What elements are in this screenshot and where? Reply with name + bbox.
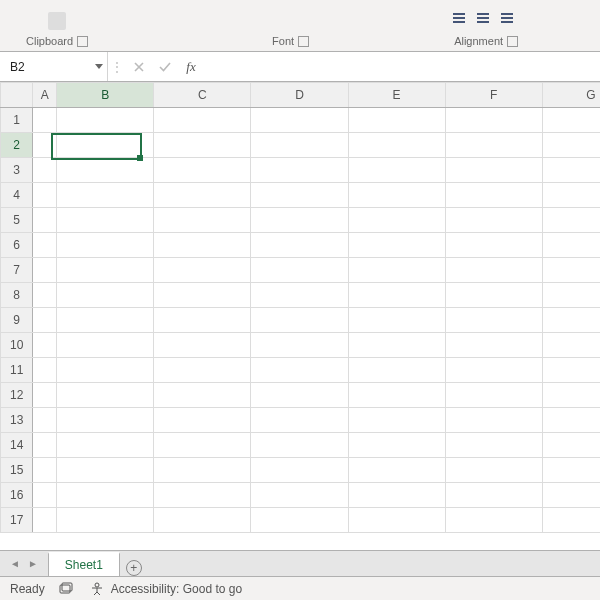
cell[interactable]: [154, 408, 251, 433]
cell[interactable]: [57, 133, 154, 158]
cell[interactable]: [348, 158, 445, 183]
cell[interactable]: [445, 433, 542, 458]
increase-indent-icon[interactable]: [477, 13, 495, 29]
cell[interactable]: [251, 208, 348, 233]
cell[interactable]: [542, 508, 600, 533]
cell[interactable]: [154, 233, 251, 258]
cell[interactable]: [154, 183, 251, 208]
cell[interactable]: [542, 283, 600, 308]
cell[interactable]: [251, 133, 348, 158]
cell[interactable]: [33, 408, 57, 433]
cell[interactable]: [33, 133, 57, 158]
cell[interactable]: [57, 508, 154, 533]
row-header[interactable]: 16: [1, 483, 33, 508]
cell[interactable]: [33, 158, 57, 183]
row-header[interactable]: 9: [1, 308, 33, 333]
cell[interactable]: [542, 358, 600, 383]
cell[interactable]: [57, 308, 154, 333]
cell[interactable]: [33, 358, 57, 383]
cell[interactable]: [33, 183, 57, 208]
accessibility-status[interactable]: Accessibility: Good to go: [89, 581, 242, 597]
macro-recorder-icon[interactable]: [59, 581, 75, 597]
cell[interactable]: [251, 458, 348, 483]
cell[interactable]: [445, 208, 542, 233]
cell[interactable]: [251, 158, 348, 183]
cell[interactable]: [154, 208, 251, 233]
cell[interactable]: [57, 233, 154, 258]
cell[interactable]: [57, 358, 154, 383]
cell[interactable]: [251, 258, 348, 283]
cell[interactable]: [251, 183, 348, 208]
cell[interactable]: [542, 308, 600, 333]
cell[interactable]: [33, 283, 57, 308]
cancel-formula-button[interactable]: [126, 52, 152, 81]
cell[interactable]: [445, 283, 542, 308]
cell[interactable]: [445, 258, 542, 283]
cell[interactable]: [154, 258, 251, 283]
cell[interactable]: [251, 508, 348, 533]
cell[interactable]: [251, 233, 348, 258]
cell[interactable]: [348, 483, 445, 508]
cell[interactable]: [154, 333, 251, 358]
cell[interactable]: [57, 483, 154, 508]
insert-function-button[interactable]: fx: [178, 52, 204, 81]
cell[interactable]: [348, 108, 445, 133]
column-header[interactable]: F: [445, 83, 542, 108]
cell[interactable]: [251, 433, 348, 458]
cell[interactable]: [33, 233, 57, 258]
cell[interactable]: [154, 108, 251, 133]
column-header[interactable]: B: [57, 83, 154, 108]
row-header[interactable]: 17: [1, 508, 33, 533]
column-header[interactable]: C: [154, 83, 251, 108]
cell[interactable]: [348, 508, 445, 533]
cell[interactable]: [251, 308, 348, 333]
cell[interactable]: [445, 333, 542, 358]
cell[interactable]: [57, 158, 154, 183]
row-header[interactable]: 5: [1, 208, 33, 233]
cell[interactable]: [154, 283, 251, 308]
cell[interactable]: [348, 258, 445, 283]
cell[interactable]: [154, 308, 251, 333]
row-header[interactable]: 3: [1, 158, 33, 183]
cell[interactable]: [33, 308, 57, 333]
select-all-corner[interactable]: [1, 83, 33, 108]
row-header[interactable]: 12: [1, 383, 33, 408]
cell[interactable]: [57, 433, 154, 458]
cell[interactable]: [154, 133, 251, 158]
dialog-launcher-icon[interactable]: [507, 36, 518, 47]
cell[interactable]: [251, 408, 348, 433]
cell[interactable]: [445, 183, 542, 208]
column-header[interactable]: G: [542, 83, 600, 108]
cell[interactable]: [57, 183, 154, 208]
cell[interactable]: [348, 308, 445, 333]
cell[interactable]: [542, 408, 600, 433]
row-header[interactable]: 14: [1, 433, 33, 458]
cell[interactable]: [154, 458, 251, 483]
row-header[interactable]: 6: [1, 233, 33, 258]
cell[interactable]: [251, 483, 348, 508]
cell[interactable]: [542, 108, 600, 133]
cell[interactable]: [445, 233, 542, 258]
dialog-launcher-icon[interactable]: [298, 36, 309, 47]
cell[interactable]: [445, 408, 542, 433]
cell[interactable]: [33, 458, 57, 483]
row-header[interactable]: 13: [1, 408, 33, 433]
enter-formula-button[interactable]: [152, 52, 178, 81]
cell[interactable]: [251, 333, 348, 358]
sheet-tab[interactable]: Sheet1: [48, 552, 120, 576]
row-header[interactable]: 10: [1, 333, 33, 358]
cell[interactable]: [542, 458, 600, 483]
cell[interactable]: [445, 108, 542, 133]
clipboard-icon[interactable]: [48, 12, 66, 30]
cell[interactable]: [33, 258, 57, 283]
row-header[interactable]: 7: [1, 258, 33, 283]
add-sheet-button[interactable]: +: [120, 560, 148, 576]
cell[interactable]: [542, 183, 600, 208]
wrap-text-icon[interactable]: [501, 13, 519, 29]
cell[interactable]: [57, 283, 154, 308]
cell[interactable]: [348, 283, 445, 308]
cell[interactable]: [154, 433, 251, 458]
cell[interactable]: [251, 358, 348, 383]
cell[interactable]: [57, 208, 154, 233]
dialog-launcher-icon[interactable]: [77, 36, 88, 47]
